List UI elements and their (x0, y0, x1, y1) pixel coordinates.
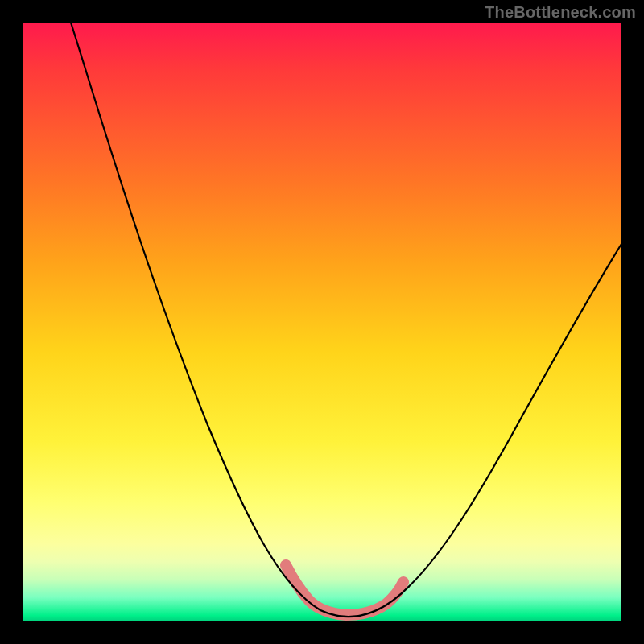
chart-frame: TheBottleneck.com (0, 0, 644, 644)
bottleneck-curve (23, 23, 621, 621)
plot-area (23, 23, 621, 621)
curve-line (71, 23, 621, 617)
curve-highlight (286, 565, 403, 615)
watermark-label: TheBottleneck.com (485, 3, 636, 22)
